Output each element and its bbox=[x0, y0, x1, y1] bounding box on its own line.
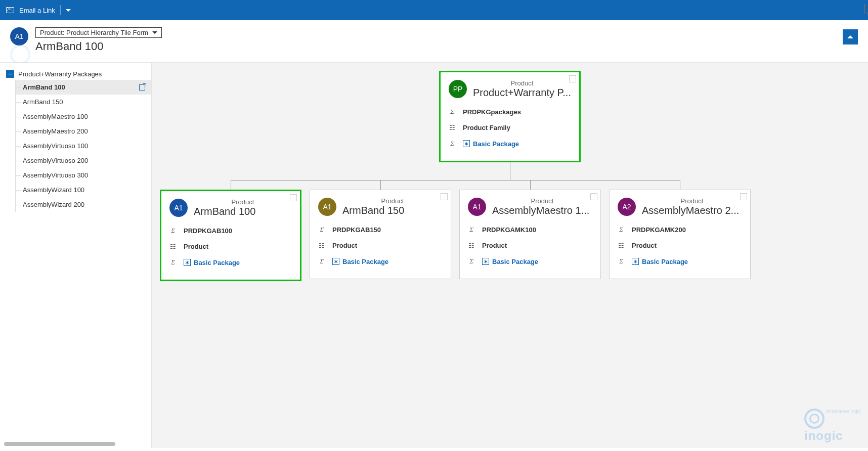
email-icon bbox=[6, 7, 14, 13]
structure-icon: ☷ bbox=[318, 242, 325, 249]
package-row-icon: Σ bbox=[169, 258, 177, 266]
tree-collapse-toggle[interactable]: − bbox=[6, 70, 14, 78]
email-a-link-button[interactable]: Email a Link bbox=[19, 7, 55, 14]
watermark-bottom: innovative logic inogic bbox=[804, 409, 861, 443]
record-header: innovative logic inogic A1 Product: Prod… bbox=[0, 20, 868, 63]
tile-package-label: Basic Package bbox=[194, 259, 240, 266]
tile-type-label: Product bbox=[473, 79, 571, 87]
tree-item-label: AssemblyMaestro 200 bbox=[23, 127, 88, 135]
tile-type-label: Product bbox=[194, 198, 292, 206]
tree-item[interactable]: AssemblyVirtuoso 300 bbox=[16, 168, 151, 183]
structure-icon: ☷ bbox=[468, 242, 475, 249]
structure-icon: ☷ bbox=[169, 243, 177, 250]
tile-code: PRDPKGAB150 bbox=[332, 226, 381, 234]
scrollbar-thumb[interactable] bbox=[4, 442, 115, 446]
tree-item-label: AssemblyMaestro 100 bbox=[23, 113, 88, 120]
tree-item-label: ArmBand 150 bbox=[23, 98, 63, 106]
chevron-up-icon bbox=[847, 35, 853, 38]
code-icon: Σ bbox=[449, 108, 456, 116]
tile-avatar: A1 bbox=[169, 199, 188, 217]
tile-code: PRDPKGAB100 bbox=[184, 227, 232, 235]
hierarchy-tile[interactable]: A1ProductArmBand 150ΣPRDPKGAB150☷Product… bbox=[310, 190, 451, 279]
record-avatar: A1 bbox=[10, 27, 28, 46]
tile-type-label: Product bbox=[342, 197, 443, 205]
form-selector-label: Product: Product Hierarchy Tile Form bbox=[40, 29, 148, 36]
chat-icon bbox=[864, 5, 865, 13]
command-bar-more-dropdown[interactable] bbox=[66, 9, 71, 12]
package-row-icon: Σ bbox=[468, 257, 475, 265]
tree-item-label: AssemblyWizard 200 bbox=[23, 201, 84, 208]
tree-item[interactable]: AssemblyVirtuoso 200 bbox=[16, 153, 151, 168]
tree-item[interactable]: AssemblyMaestro 200 bbox=[16, 124, 151, 139]
command-bar: Email a Link bbox=[0, 0, 868, 20]
hierarchy-tree-panel: − Product+Warranty Packages ArmBand 100A… bbox=[0, 63, 152, 448]
structure-icon: ☷ bbox=[449, 124, 456, 131]
package-icon: ✶ bbox=[482, 258, 489, 265]
tile-package-label: Basic Package bbox=[342, 258, 388, 265]
tile-structure: Product bbox=[184, 243, 208, 250]
package-icon: ✶ bbox=[463, 140, 470, 147]
record-title: ArmBand 100 bbox=[35, 40, 162, 53]
tile-type-label: Product bbox=[642, 197, 742, 205]
tile-structure: Product bbox=[332, 242, 357, 249]
tile-title: AssemblyMaestro 1... bbox=[492, 205, 592, 216]
code-icon: Σ bbox=[169, 227, 177, 235]
code-icon: Σ bbox=[618, 225, 625, 234]
tile-package-link[interactable]: ✶Basic Package bbox=[184, 259, 240, 266]
tile-title: AssemblyMaestro 2... bbox=[642, 205, 742, 216]
tree-item-label: AssemblyVirtuoso 100 bbox=[23, 142, 88, 150]
tile-title: Product+Warranty P... bbox=[473, 87, 571, 99]
form-selector-dropdown[interactable]: Product: Product Hierarchy Tile Form bbox=[35, 27, 162, 38]
tree-item[interactable]: AssemblyWizard 200 bbox=[16, 197, 151, 212]
popout-icon[interactable] bbox=[139, 84, 145, 91]
hierarchy-tile[interactable]: PPProductProduct+Warranty P...ΣPRDPKGpac… bbox=[439, 71, 581, 162]
package-icon: ✶ bbox=[332, 258, 339, 265]
tile-structure: Product Family bbox=[463, 124, 510, 131]
tile-package-label: Basic Package bbox=[473, 140, 519, 148]
tile-package-link[interactable]: ✶Basic Package bbox=[463, 140, 519, 148]
tile-package-link[interactable]: ✶Basic Package bbox=[332, 258, 388, 265]
tile-avatar: A1 bbox=[318, 198, 336, 216]
tree-item[interactable]: ArmBand 100 bbox=[16, 80, 151, 95]
package-row-icon: Σ bbox=[318, 257, 325, 265]
tile-structure: Product bbox=[482, 242, 507, 249]
assistant-button[interactable] bbox=[864, 5, 865, 13]
tile-select-checkbox[interactable] bbox=[441, 193, 448, 200]
tree-item[interactable]: ArmBand 150 bbox=[16, 95, 151, 109]
tile-select-checkbox[interactable] bbox=[740, 193, 747, 200]
tile-title: ArmBand 100 bbox=[194, 206, 292, 217]
tile-select-checkbox[interactable] bbox=[590, 193, 597, 200]
tile-code: PRDPKGAMK100 bbox=[482, 226, 536, 234]
tile-package-link[interactable]: ✶Basic Package bbox=[482, 258, 538, 265]
chevron-down-icon bbox=[152, 31, 157, 34]
tree-root-label: Product+Warranty Packages bbox=[18, 70, 102, 78]
tree-root-node[interactable]: − Product+Warranty Packages bbox=[0, 68, 151, 80]
structure-icon: ☷ bbox=[618, 242, 625, 249]
tile-type-label: Product bbox=[492, 197, 592, 205]
hierarchy-tile[interactable]: A2ProductAssemblyMaestro 2...ΣPRDPKGAMK2… bbox=[609, 190, 751, 279]
tree-item-label: AssemblyWizard 100 bbox=[23, 186, 84, 194]
tree-item[interactable]: AssemblyVirtuoso 100 bbox=[16, 139, 151, 153]
tree-item[interactable]: AssemblyMaestro 100 bbox=[16, 109, 151, 124]
tree-item-label: AssemblyVirtuoso 200 bbox=[23, 157, 88, 164]
tile-title: ArmBand 150 bbox=[342, 205, 443, 216]
tree-item[interactable]: AssemblyWizard 100 bbox=[16, 183, 151, 197]
tree-item-label: ArmBand 100 bbox=[23, 83, 65, 91]
tile-avatar: A1 bbox=[468, 198, 486, 216]
hierarchy-tile[interactable]: A1ProductAssemblyMaestro 1...ΣPRDPKGAMK1… bbox=[459, 190, 601, 279]
tile-package-label: Basic Package bbox=[642, 258, 688, 265]
hierarchy-canvas[interactable]: PPProductProduct+Warranty P...ΣPRDPKGpac… bbox=[152, 63, 868, 448]
collapse-header-button[interactable] bbox=[843, 29, 858, 44]
tile-avatar: A2 bbox=[618, 198, 636, 216]
code-icon: Σ bbox=[318, 225, 325, 234]
tile-select-checkbox[interactable] bbox=[290, 194, 297, 201]
tree-item-label: AssemblyVirtuoso 300 bbox=[23, 171, 88, 179]
tile-select-checkbox[interactable] bbox=[569, 75, 576, 82]
tile-structure: Product bbox=[632, 242, 657, 249]
tile-code: PRDPKGpackages bbox=[463, 108, 521, 116]
tile-avatar: PP bbox=[449, 80, 467, 98]
package-icon: ✶ bbox=[632, 258, 639, 265]
tile-package-link[interactable]: ✶Basic Package bbox=[632, 258, 688, 265]
hierarchy-tile[interactable]: A1ProductArmBand 100ΣPRDPKGAB100☷Product… bbox=[160, 190, 301, 281]
tile-code: PRDPKGAMK200 bbox=[632, 226, 686, 234]
